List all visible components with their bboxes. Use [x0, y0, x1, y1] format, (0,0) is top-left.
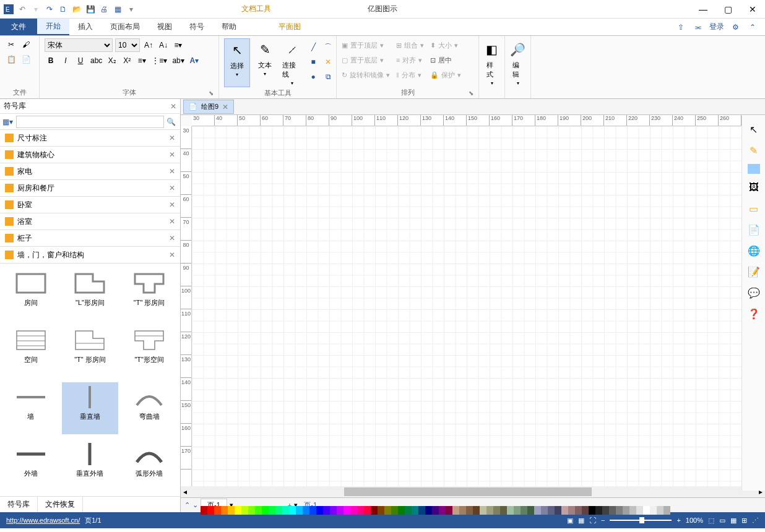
color-swatch[interactable]: [555, 506, 561, 515]
arrange-launcher-icon[interactable]: ⬊: [469, 90, 476, 97]
color-swatch[interactable]: [616, 506, 623, 515]
rs-note-icon[interactable]: 📝: [746, 264, 761, 279]
fit-width-icon[interactable]: ▭: [719, 517, 725, 525]
color-swatch[interactable]: [548, 506, 555, 515]
color-swatch[interactable]: [643, 506, 650, 515]
scroll-thumb[interactable]: [344, 487, 592, 496]
undo-icon[interactable]: ↶: [16, 3, 28, 15]
color-swatch[interactable]: [255, 506, 262, 515]
color-swatch[interactable]: [432, 506, 439, 515]
new-icon[interactable]: 🗋: [57, 3, 69, 15]
color-swatch[interactable]: [330, 506, 337, 515]
decrease-font-icon[interactable]: A↓: [157, 39, 170, 51]
color-swatch[interactable]: [418, 506, 425, 515]
rs-page-icon[interactable]: 📄: [746, 222, 761, 237]
view-full-icon[interactable]: ⛶: [589, 517, 596, 524]
bring-front[interactable]: ▣ 置于顶层 ▾: [342, 38, 390, 52]
canvas[interactable]: [192, 126, 765, 486]
highlight-icon[interactable]: ab▾: [171, 54, 185, 67]
menu-insert[interactable]: 插入: [69, 19, 102, 35]
color-swatch[interactable]: [289, 506, 296, 515]
login-link[interactable]: 登录: [709, 22, 724, 32]
text-tool[interactable]: ✎文本▾: [253, 38, 277, 87]
color-swatch[interactable]: [500, 506, 507, 515]
color-swatch[interactable]: [446, 506, 452, 515]
fit-page-icon[interactable]: ⬚: [708, 517, 714, 525]
library-icon[interactable]: ▦▾: [2, 118, 14, 126]
font-size-select[interactable]: 10: [115, 38, 140, 52]
color-swatch[interactable]: [303, 506, 309, 515]
list-icon[interactable]: ≡▾: [136, 54, 148, 67]
export-icon[interactable]: ▦: [111, 3, 124, 15]
color-swatch[interactable]: [405, 506, 412, 515]
font-launcher-icon[interactable]: ⬊: [209, 90, 216, 97]
symbol-category[interactable]: 建筑物核心✕: [0, 147, 180, 163]
color-swatch[interactable]: [262, 506, 269, 515]
menu-floorplan[interactable]: 平面图: [270, 19, 309, 35]
bold-icon[interactable]: B: [45, 54, 57, 67]
shape-item[interactable]: 垂直外墙: [62, 439, 119, 491]
color-swatch[interactable]: [466, 506, 473, 515]
color-swatch[interactable]: [296, 506, 303, 515]
color-swatch[interactable]: [309, 506, 316, 515]
print-icon[interactable]: 🖨: [98, 3, 110, 15]
view-multi-icon[interactable]: ▦: [578, 517, 584, 525]
protect[interactable]: 🔒 保护 ▾: [430, 68, 461, 82]
color-swatch[interactable]: [541, 506, 548, 515]
share-icon[interactable]: ⇪: [675, 21, 687, 33]
color-swatch[interactable]: [391, 506, 398, 515]
rs-pen-icon[interactable]: ✎: [746, 143, 761, 158]
symbol-category[interactable]: 尺寸标注✕: [0, 130, 180, 147]
zoom-thumb[interactable]: [639, 517, 644, 523]
shape-item[interactable]: 弧形外墙: [121, 439, 178, 491]
color-swatch[interactable]: [412, 506, 418, 515]
scroll-left-icon[interactable]: ◂: [181, 487, 189, 496]
ruler-vertical[interactable]: 30405060708090100110120130140150160170: [181, 126, 192, 486]
color-swatch[interactable]: [337, 506, 344, 515]
font-name-select[interactable]: 宋体: [45, 38, 113, 52]
color-swatch[interactable]: [629, 506, 636, 515]
arc-icon[interactable]: ⌒: [322, 41, 334, 53]
shape-item[interactable]: 垂直墙: [62, 382, 119, 434]
color-swatch[interactable]: [480, 506, 486, 515]
app-icon[interactable]: E: [2, 3, 15, 15]
color-swatch[interactable]: [364, 506, 371, 515]
color-swatch[interactable]: [207, 506, 214, 515]
color-swatch[interactable]: [521, 506, 527, 515]
grid-icon[interactable]: ▦: [730, 517, 737, 525]
color-swatch[interactable]: [282, 506, 289, 515]
color-swatch[interactable]: [636, 506, 643, 515]
color-swatch[interactable]: [425, 506, 432, 515]
color-swatch[interactable]: [235, 506, 241, 515]
view-single-icon[interactable]: ▣: [567, 517, 573, 525]
crop-icon[interactable]: ⧉: [322, 71, 334, 83]
strike-icon[interactable]: abc: [89, 54, 103, 67]
rotate[interactable]: ↻ 旋转和镜像 ▾: [342, 68, 390, 82]
color-swatch[interactable]: [378, 506, 384, 515]
menu-page-layout[interactable]: 页面布局: [102, 19, 149, 35]
underline-icon[interactable]: U: [74, 54, 87, 67]
color-swatch[interactable]: [609, 506, 616, 515]
color-swatch[interactable]: [316, 506, 323, 515]
rs-comment-icon[interactable]: 💬: [746, 285, 761, 300]
color-swatch[interactable]: [344, 506, 350, 515]
bullets-icon[interactable]: ⋮≡▾: [150, 54, 168, 67]
doc-tab[interactable]: 📄 绘图9 ✕: [183, 100, 234, 114]
ellipse-icon[interactable]: ●: [307, 71, 319, 83]
group[interactable]: ⊞ 组合 ▾: [396, 38, 424, 52]
zoom-out-icon[interactable]: −: [601, 517, 605, 524]
shape-item[interactable]: "L"形房间: [62, 268, 119, 320]
symbol-panel-close-icon[interactable]: ✕: [170, 102, 176, 111]
color-swatch[interactable]: [384, 506, 391, 515]
symbol-category[interactable]: 浴室✕: [0, 213, 180, 230]
shape-item[interactable]: 外墙: [2, 439, 59, 491]
zoom-slider[interactable]: [610, 520, 672, 521]
symbol-category[interactable]: 墙，门，窗户和结构✕: [0, 247, 180, 264]
color-swatch[interactable]: [657, 506, 663, 515]
color-swatch[interactable]: [561, 506, 568, 515]
color-swatch[interactable]: [269, 506, 275, 515]
connector-tool[interactable]: ⟋连接线▾: [280, 38, 305, 87]
color-swatch[interactable]: [663, 506, 670, 515]
tab-symbol-lib[interactable]: 符号库: [0, 497, 38, 512]
color-swatch[interactable]: [534, 506, 541, 515]
